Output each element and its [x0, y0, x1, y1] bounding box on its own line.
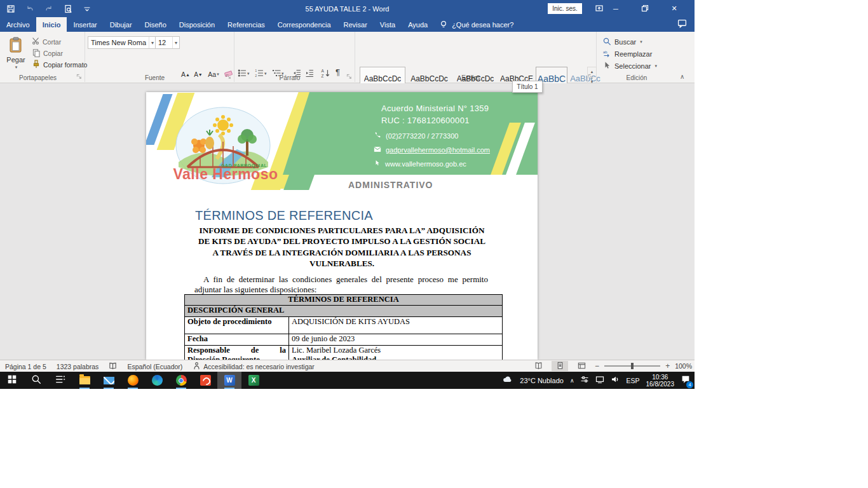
table-cell[interactable]: Lic. Maribel Lozada GarcésAuxiliar de Co…: [289, 346, 502, 360]
zoom-slider-handle[interactable]: [631, 363, 634, 369]
notification-center[interactable]: 4: [681, 374, 691, 386]
format-painter-button[interactable]: Copiar formato: [32, 60, 87, 70]
tell-me-box[interactable]: ¿Qué desea hacer?: [434, 17, 519, 32]
collapse-ribbon-button[interactable]: ∧: [680, 73, 684, 80]
language-tray[interactable]: ESP: [626, 377, 639, 384]
save-icon[interactable]: [5, 3, 17, 15]
table-row[interactable]: TÉRMINOS DE REFERENCIA: [185, 295, 502, 306]
taskbar-task-view-button[interactable]: [48, 372, 72, 389]
zoom-slider[interactable]: [604, 365, 660, 367]
table-cell[interactable]: ADQUISICIÓN DE KITS AYUDAS: [289, 317, 502, 334]
redo-icon[interactable]: [43, 3, 55, 15]
tab-diseño[interactable]: Diseño: [139, 17, 173, 32]
settings-sliders-icon[interactable]: [580, 375, 589, 386]
document-page[interactable]: Acuerdo Ministerial N° 1359 RUC : 176812…: [146, 92, 538, 360]
customize-qat-icon[interactable]: [81, 3, 93, 15]
style-tooltip: Título 1: [512, 81, 543, 93]
subject-line: INFORME DE CONDICIONES PARTICULARES PARA…: [178, 225, 506, 236]
paste-dropdown-arrow[interactable]: ▾: [15, 65, 18, 70]
table-cell[interactable]: Fecha: [185, 334, 289, 345]
reference-table[interactable]: TÉRMINOS DE REFERENCIADESCRIPCIÓN GENERA…: [184, 294, 503, 360]
paste-button[interactable]: Pegar ▾: [4, 35, 28, 72]
weather-text[interactable]: 23°C Nublado: [520, 377, 564, 384]
word-count[interactable]: 1323 palabras: [51, 363, 104, 370]
chrome-icon: [176, 375, 187, 386]
taskbar-chrome-button[interactable]: [169, 372, 193, 389]
tab-revisar[interactable]: Revisar: [337, 17, 374, 32]
sign-in-button[interactable]: Inic. ses.: [548, 3, 582, 14]
taskbar-excel-button[interactable]: X: [241, 372, 266, 389]
zoom-in-button[interactable]: +: [665, 362, 670, 370]
table-row[interactable]: Fecha09 de junio de 2023: [185, 334, 502, 346]
tab-insertar[interactable]: Insertar: [67, 17, 103, 32]
tray-expand-icon[interactable]: ∧: [570, 377, 574, 384]
tab-ayuda[interactable]: Ayuda: [402, 17, 434, 32]
taskbar-pdf-reader-button[interactable]: [193, 372, 217, 389]
tab-vista[interactable]: Vista: [374, 17, 402, 32]
find-button[interactable]: Buscar▾: [602, 37, 642, 47]
replace-button[interactable]: abReemplazar: [602, 49, 652, 59]
accessibility-status[interactable]: Accesibilidad: es necesario investigar: [187, 362, 320, 371]
taskbar-search-button[interactable]: [24, 372, 48, 389]
font-dialog-launcher[interactable]: [226, 74, 232, 80]
ribbon-tabs: ArchivoInicioInsertarDibujarDiseñoDispos…: [0, 17, 434, 32]
tab-referencias[interactable]: Referencias: [221, 17, 271, 32]
close-button[interactable]: ✕: [660, 0, 689, 17]
svg-text:1: 1: [255, 69, 257, 72]
table-cell[interactable]: 09 de junio de 2023: [289, 334, 502, 345]
tab-inicio[interactable]: Inicio: [36, 17, 67, 32]
intro-paragraph[interactable]: A fin de determinar las condiciones gene…: [194, 274, 488, 294]
tab-correspondencia[interactable]: Correspondencia: [271, 17, 337, 32]
tab-archivo[interactable]: Archivo: [0, 17, 36, 32]
paragraph-dialog-launcher[interactable]: [346, 74, 353, 80]
font-size-dropdown-icon[interactable]: ▾: [172, 37, 179, 48]
format-painter-icon: [32, 60, 41, 70]
lightbulb-icon: [439, 20, 448, 30]
table-row[interactable]: ResponsabledelaDirección RequirenteLic. …: [185, 346, 502, 360]
document-heading[interactable]: TÉRMINOS DE REFERENCIA: [195, 208, 373, 223]
clock[interactable]: 10:3616/8/2023: [646, 374, 675, 388]
taskbar-start-button[interactable]: [0, 372, 24, 389]
web-layout-button[interactable]: [573, 361, 590, 371]
print-preview-icon[interactable]: [62, 3, 74, 15]
page-indicator[interactable]: Página 1 de 5: [0, 363, 51, 370]
speaker-icon[interactable]: [611, 375, 620, 386]
tab-dibujar[interactable]: Dibujar: [104, 17, 139, 32]
taskbar-edge-button[interactable]: [145, 372, 169, 389]
copy-button[interactable]: Copiar: [32, 48, 63, 58]
cut-button[interactable]: Cortar: [32, 37, 61, 46]
taskbar-word-button[interactable]: W: [217, 372, 241, 389]
clipboard-dialog-launcher[interactable]: [76, 74, 83, 80]
minimize-button[interactable]: ─: [601, 0, 630, 17]
document-canvas[interactable]: Acuerdo Ministerial N° 1359 RUC : 176812…: [0, 83, 695, 360]
tab-disposición[interactable]: Disposición: [173, 17, 221, 32]
taskbar-mail-button[interactable]: [97, 372, 121, 389]
table-cell[interactable]: TÉRMINOS DE REFERENCIA: [185, 295, 502, 305]
print-layout-button[interactable]: [552, 361, 568, 371]
table-row[interactable]: DESCRIPCIÓN GENERAL: [185, 306, 502, 317]
zoom-level[interactable]: 100%: [675, 362, 692, 370]
taskbar-firefox-button[interactable]: [121, 372, 145, 389]
restore-button[interactable]: [630, 0, 660, 17]
network-icon[interactable]: [595, 375, 604, 386]
styles-scroll-up[interactable]: ▲: [588, 67, 596, 78]
font-family-value: Times New Roma: [91, 39, 146, 46]
table-cell[interactable]: DESCRIPCIÓN GENERAL: [185, 306, 502, 316]
table-cell[interactable]: ResponsabledelaDirección Requirente: [185, 346, 289, 360]
subject-paragraph[interactable]: INFORME DE CONDICIONES PARTICULARES PARA…: [178, 225, 506, 269]
font-size-combo[interactable]: 12▾: [155, 36, 180, 49]
table-row[interactable]: Objeto de procedimientoADQUISICIÓN DE KI…: [185, 317, 502, 334]
comments-button[interactable]: [677, 17, 687, 32]
proofing-status[interactable]: [104, 362, 122, 371]
taskbar-explorer-button[interactable]: [72, 372, 97, 389]
language-indicator[interactable]: Español (Ecuador): [122, 363, 187, 370]
font-family-combo[interactable]: Times New Roma▾: [88, 36, 156, 49]
table-cell[interactable]: Objeto de procedimiento: [185, 317, 289, 334]
read-mode-button[interactable]: [530, 361, 546, 371]
weather-cloud-icon[interactable]: [501, 375, 513, 386]
group-clipboard: Pegar ▾ Cortar Copiar Copiar formato Por…: [0, 32, 85, 82]
copy-icon: [32, 48, 41, 58]
zoom-out-button[interactable]: −: [595, 362, 599, 370]
undo-icon[interactable]: [24, 3, 36, 15]
select-button[interactable]: Seleccionar▾: [602, 61, 657, 71]
